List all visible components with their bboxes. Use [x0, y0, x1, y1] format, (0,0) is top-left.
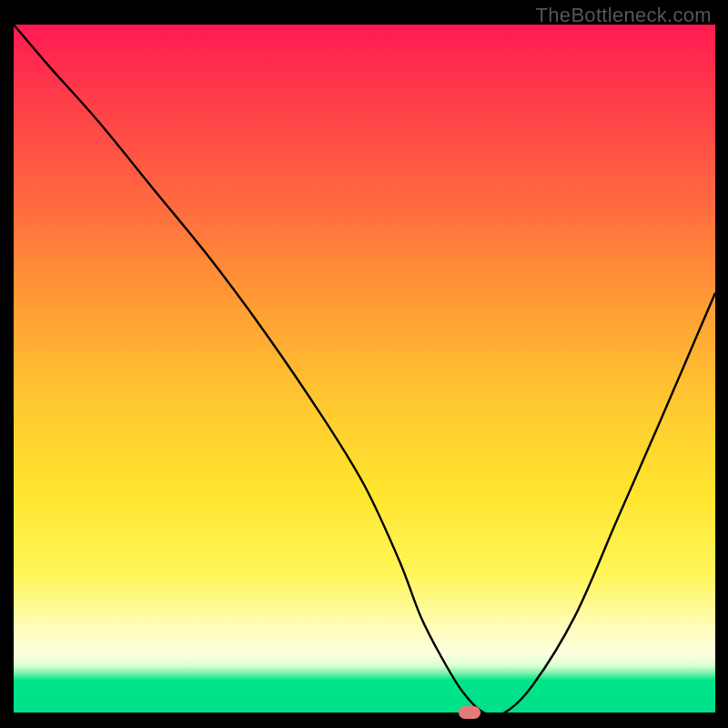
minimum-marker — [459, 706, 480, 719]
bottleneck-curve — [14, 25, 715, 713]
plot-area — [14, 25, 715, 713]
chart-frame: TheBottleneck.com — [0, 0, 728, 728]
watermark-text: TheBottleneck.com — [536, 4, 712, 27]
